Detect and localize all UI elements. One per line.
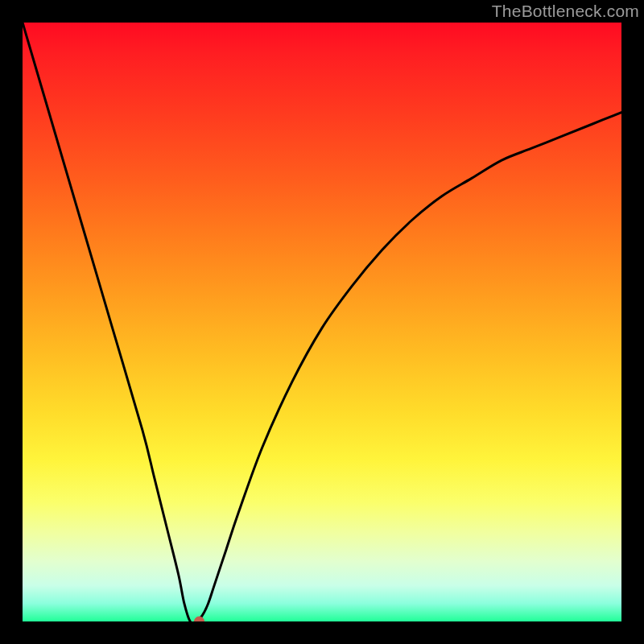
plot-area [23,23,621,621]
optimal-point-marker [195,617,204,621]
bottleneck-curve [23,23,621,621]
watermark-text: TheBottleneck.com [492,2,639,21]
chart-frame: TheBottleneck.com [0,0,644,644]
curve-layer [23,23,621,621]
